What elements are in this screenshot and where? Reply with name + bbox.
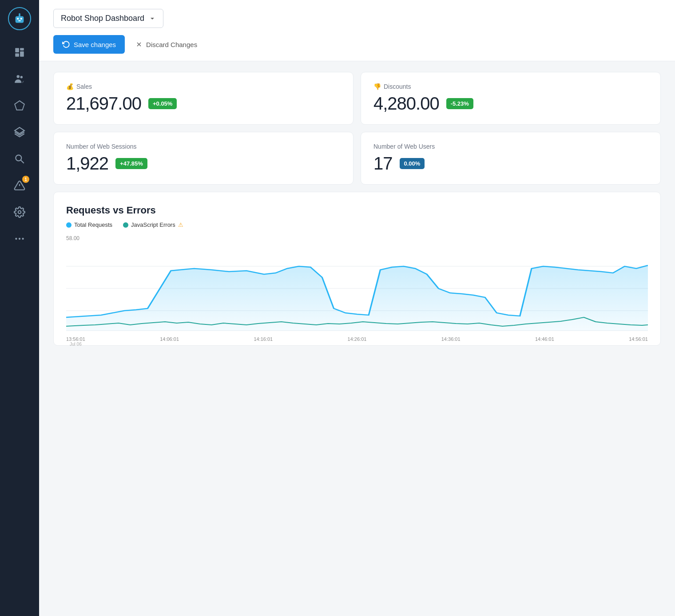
dashboard-selector[interactable]: Robot Shop Dashboard bbox=[53, 9, 163, 28]
sessions-badge: +47.85% bbox=[115, 158, 147, 169]
chart-svg bbox=[66, 244, 648, 333]
svg-point-19 bbox=[15, 238, 17, 240]
total-requests-dot bbox=[66, 222, 71, 228]
refresh-icon bbox=[62, 40, 70, 48]
close-icon bbox=[135, 41, 143, 48]
svg-point-20 bbox=[19, 238, 20, 240]
stat-card-discounts: 👎 Discounts 4,280.00 -5.23% bbox=[361, 72, 661, 125]
sidebar-item-alerts[interactable]: 1 bbox=[8, 174, 31, 197]
chart-legend: Total Requests JavaScript Errors ⚠ bbox=[66, 221, 648, 228]
save-label: Save changes bbox=[74, 41, 116, 48]
dashboard-title: Robot Shop Dashboard bbox=[61, 14, 144, 23]
discard-label: Discard Changes bbox=[146, 41, 197, 48]
warning-icon: ⚠ bbox=[178, 221, 183, 228]
legend-total-requests: Total Requests bbox=[66, 221, 112, 228]
x-label-2: 14:16:01 bbox=[254, 336, 273, 347]
app-logo[interactable] bbox=[8, 7, 31, 30]
users-value-row: 17 0.00% bbox=[373, 154, 648, 174]
stat-card-users: Number of Web Users 17 0.00% bbox=[361, 132, 661, 185]
alert-badge: 1 bbox=[22, 176, 29, 183]
sales-badge: +0.05% bbox=[148, 98, 177, 109]
chart-container: 58.00 bbox=[66, 235, 648, 333]
users-value: 17 bbox=[373, 154, 393, 174]
toolbar: Save changes Discard Changes bbox=[53, 35, 661, 54]
sidebar-item-settings[interactable] bbox=[8, 201, 31, 224]
svg-marker-12 bbox=[15, 101, 24, 110]
svg-point-11 bbox=[20, 76, 23, 78]
svg-rect-8 bbox=[20, 51, 24, 57]
main-content: Robot Shop Dashboard Save changes Discar… bbox=[39, 0, 675, 616]
legend-js-errors-label: JavaScript Errors bbox=[131, 221, 175, 228]
chart-y-max: 58.00 bbox=[66, 235, 79, 241]
x-label-3: 14:26:01 bbox=[348, 336, 367, 347]
stat-card-sessions: Number of Web Sessions 1,922 +47.85% bbox=[53, 132, 353, 185]
svg-line-15 bbox=[21, 160, 24, 163]
content-area: 💰 Sales 21,697.00 +0.05% 👎 Discounts 4,2… bbox=[39, 61, 675, 616]
discounts-value: 4,280.00 bbox=[373, 94, 439, 114]
x-label-0: 13:56:01 Jul 06 bbox=[66, 336, 85, 347]
thumbsdown-icon: 👎 bbox=[373, 83, 381, 90]
svg-rect-7 bbox=[20, 48, 24, 50]
svg-rect-2 bbox=[20, 18, 22, 20]
discounts-value-row: 4,280.00 -5.23% bbox=[373, 94, 648, 114]
users-label: Number of Web Users bbox=[373, 143, 648, 150]
svg-rect-1 bbox=[17, 18, 19, 20]
top-bar: Robot Shop Dashboard Save changes Discar… bbox=[39, 0, 675, 61]
sidebar-item-more[interactable] bbox=[8, 227, 31, 250]
sales-value: 21,697.00 bbox=[66, 94, 141, 114]
money-icon: 💰 bbox=[66, 83, 74, 90]
legend-total-requests-label: Total Requests bbox=[74, 221, 112, 228]
sidebar-item-dashboard[interactable] bbox=[8, 41, 31, 64]
stats-grid: 💰 Sales 21,697.00 +0.05% 👎 Discounts 4,2… bbox=[53, 72, 661, 185]
stat-card-sales: 💰 Sales 21,697.00 +0.05% bbox=[53, 72, 353, 125]
x-label-5: 14:46:01 bbox=[535, 336, 554, 347]
svg-point-18 bbox=[18, 211, 21, 214]
discard-changes-button[interactable]: Discard Changes bbox=[132, 36, 201, 54]
svg-point-5 bbox=[19, 13, 20, 15]
chevron-down-icon bbox=[149, 15, 156, 22]
sales-value-row: 21,697.00 +0.05% bbox=[66, 94, 341, 114]
svg-rect-0 bbox=[16, 16, 24, 23]
chart-x-labels: 13:56:01 Jul 06 14:06:01 14:16:01 14:26:… bbox=[66, 335, 648, 347]
sidebar: 1 bbox=[0, 0, 39, 616]
chart-card: Requests vs Errors Total Requests JavaSc… bbox=[53, 192, 661, 346]
js-errors-dot bbox=[123, 222, 128, 228]
x-label-1: 14:06:01 bbox=[160, 336, 179, 347]
sidebar-item-layers[interactable] bbox=[8, 121, 31, 144]
x-label-4: 14:36:01 bbox=[441, 336, 461, 347]
sidebar-item-gift[interactable] bbox=[8, 94, 31, 117]
svg-point-21 bbox=[22, 238, 24, 240]
sales-label: 💰 Sales bbox=[66, 83, 341, 90]
svg-point-10 bbox=[17, 75, 20, 78]
sessions-value: 1,922 bbox=[66, 154, 108, 174]
svg-rect-9 bbox=[15, 53, 19, 57]
users-badge: 0.00% bbox=[400, 158, 425, 169]
discounts-badge: -5.23% bbox=[446, 98, 473, 109]
sidebar-item-people[interactable] bbox=[8, 67, 31, 91]
svg-rect-6 bbox=[15, 48, 19, 52]
svg-rect-3 bbox=[18, 20, 21, 21]
save-changes-button[interactable]: Save changes bbox=[53, 35, 125, 54]
discounts-label: 👎 Discounts bbox=[373, 83, 648, 90]
x-label-6: 14:56:01 bbox=[629, 336, 648, 347]
chart-title: Requests vs Errors bbox=[66, 205, 648, 216]
legend-js-errors: JavaScript Errors ⚠ bbox=[123, 221, 183, 228]
sessions-value-row: 1,922 +47.85% bbox=[66, 154, 341, 174]
sidebar-item-search[interactable] bbox=[8, 147, 31, 170]
sessions-label: Number of Web Sessions bbox=[66, 143, 341, 150]
svg-point-14 bbox=[16, 155, 21, 161]
